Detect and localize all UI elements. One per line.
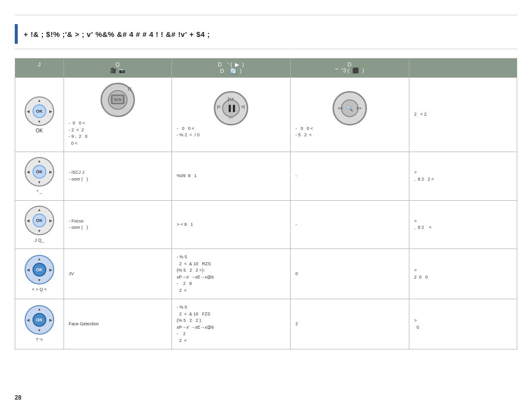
header-col-d1: D ' ( ▶ ) D 🔄 ) — [171, 59, 290, 78]
header-d2-main: D — [295, 62, 405, 67]
arrow-right: ▶ — [49, 109, 52, 113]
arrow-up-2: ▲ — [37, 159, 41, 163]
arrow-down-4: ▼ — [37, 278, 41, 282]
row2-col2-text: - iSCJ J - oom ( ) — [69, 169, 166, 183]
row4-col1: ▲ ▼ ◀ ▶ OK < > Q < — [15, 249, 64, 299]
row4-col4-text: 0 — [296, 271, 404, 278]
header-icons-q: 🎥 📷 — [68, 67, 167, 74]
ok-button-wrap: ▲ ▼ ◀ ▶ OK — [20, 96, 59, 126]
header-d-main: D ' ( ▶ ) — [176, 62, 286, 68]
header-col-j: J — [15, 59, 64, 78]
row4-col5-text: > 2 0 0 — [414, 267, 512, 281]
row5-col2: Face Getection — [64, 299, 171, 349]
multi-icon: ⬛ — [352, 67, 359, 73]
row2-col3-text: %09 8 1 — [177, 173, 285, 180]
ok-button-wrap-5: ▲ ▼ ◀ ▶ OK — [20, 305, 59, 335]
arrow-down-5: ▼ — [37, 328, 41, 333]
table-row: ▲ ▼ ◀ ▶ OK < > Q < JV — [15, 249, 517, 299]
arrow-left-3: ◀ — [27, 218, 30, 222]
row2-col1: ▲ ▼ ◀ ▶ OK * _ — [15, 152, 64, 201]
title-bar: + !& ; $!% ;'& > ; v' %&% &# 4 # # 4 ! !… — [15, 24, 517, 49]
arrow-left-4: ◀ — [27, 267, 30, 272]
row3-col5-text: > , 8 2 < — [414, 218, 512, 231]
row1-col4: << >> 🔍 - 0 0 < - 5 2 < — [290, 78, 409, 152]
arrow-down: ▼ — [37, 120, 41, 124]
row5-col1-label: ? '> — [20, 337, 59, 344]
ok-button-3[interactable]: ▲ ▼ ◀ ▶ OK — [25, 206, 54, 235]
page-title: + !& ; $!% ;'& > ; v' %&% &# 4 # # 4 ! !… — [24, 30, 210, 38]
table-row: ▲ ▼ ◀ ▶ OK J Q_ - Focus - oom ( ) — [15, 200, 517, 249]
row1-col1: ▲ ▼ ◀ ▶ OK OK — [15, 78, 64, 152]
row4-col3-text: - % 5 2 < & 10 RZS (% 5 2 2 <): xP→x' →x… — [177, 254, 285, 294]
row5-col5: > 0 — [409, 299, 517, 349]
ok-button-2[interactable]: ▲ ▼ ◀ ▶ OK — [25, 157, 54, 187]
row4-col4: 0 — [290, 249, 409, 299]
ok-button-wrap-2: ▲ ▼ ◀ ▶ OK — [20, 157, 59, 187]
arrow-right-3: ▶ — [49, 218, 52, 222]
row3-col4-text: - — [296, 221, 404, 228]
playback-dial: |<< — ▐▐ |< >| — [214, 91, 248, 125]
title-accent — [15, 24, 18, 44]
row3-col4: - — [290, 200, 409, 249]
row3-col1: ▲ ▼ ◀ ▶ OK J Q_ — [15, 200, 64, 249]
row2-col2: - iSCJ J - oom ( ) — [64, 152, 171, 201]
zoom-right: >> — [356, 106, 362, 111]
rotate-icon: 🔄 — [230, 68, 237, 74]
page-number: 28 — [15, 394, 21, 401]
row4-col2-text: JV — [69, 271, 166, 278]
row2-col5-text: > , 8 2 2 < — [414, 169, 512, 183]
row5-col3: - % 5 2 < & 10 FZS (% 5 2 2 ): xP→x' →xE… — [171, 299, 290, 349]
row5-col2-text: Face Getection — [69, 321, 166, 328]
dial-svg: SCN — [110, 93, 125, 107]
zoom-icon: 🔍 — [346, 105, 353, 112]
header-col-last — [409, 59, 517, 78]
play-pause-icon: ▐▐ — [227, 105, 235, 112]
pb-left: |< — [217, 104, 221, 109]
ok-button-5[interactable]: ▲ ▼ ◀ ▶ OK — [25, 305, 54, 335]
arrow-right-4: ▶ — [49, 267, 52, 272]
row2-col4-text: - — [296, 173, 404, 180]
row1-col5-text: 2 < 2 — [414, 111, 512, 118]
row5-col4-text: 2 — [296, 321, 404, 328]
arrow-right-2: ▶ — [49, 170, 52, 174]
pb-right: >| — [241, 104, 245, 109]
dial-inner-icon: SCN — [108, 90, 128, 110]
svg-text:SCN: SCN — [114, 98, 121, 101]
ok-arrows-4: ▲ ▼ ◀ ▶ — [26, 256, 53, 283]
camera-icon: 📷 — [119, 67, 126, 74]
row5-col4: 2 — [290, 299, 409, 349]
row3-col2-text: - Focus - oom ( ) — [69, 218, 166, 231]
ok-arrows-2: ▲ ▼ ◀ ▶ — [26, 158, 53, 186]
header-row: J Q 🎥 📷 D ' ( ▶ ) — [15, 59, 517, 78]
header-col-d2: D "' "3 ( ⬛ ) — [290, 59, 409, 78]
row1-col3-text: - 0 0 < - % 2 < / 0 — [177, 125, 285, 139]
row5-col5-text: > 0 — [414, 317, 512, 331]
row4-col1-label: < > Q < — [20, 286, 59, 293]
pb-top: |<< — [228, 96, 234, 101]
arrow-down-2: ▼ — [37, 180, 41, 185]
arrow-left-5: ◀ — [27, 317, 30, 322]
header-d-sub: D 🔄 ) — [176, 68, 286, 74]
arrow-down-3: ▼ — [37, 229, 41, 233]
ok-button-wrap-4: ▲ ▼ ◀ ▶ OK — [20, 255, 59, 284]
ok-arrows: ▲ ▼ ◀ ▶ — [26, 97, 53, 125]
row3-col1-label: J Q_ — [20, 237, 59, 244]
ok-button[interactable]: ▲ ▼ ◀ ▶ OK — [25, 96, 54, 126]
row4-col3: - % 5 2 < & 10 RZS (% 5 2 2 <): xP→x' →x… — [171, 249, 290, 299]
header-col-q: Q 🎥 📷 — [64, 59, 171, 78]
arrow-left: ◀ — [27, 109, 30, 113]
pb-bottom: — — [229, 115, 233, 120]
row1-col3: |<< — ▐▐ |< >| - 0 0 < - % 2 < / 0 — [171, 78, 290, 152]
header-d2-sub: "' "3 ( ⬛ ) — [295, 67, 405, 74]
row4-col5: > 2 0 0 — [409, 249, 517, 299]
row1-col4-text: - 0 0 < - 5 2 < — [296, 125, 404, 139]
arrow-right-5: ▶ — [49, 317, 52, 322]
zoom-left: << — [338, 106, 343, 111]
ok-button-4[interactable]: ▲ ▼ ◀ ▶ OK — [25, 255, 54, 284]
table-row: ▲ ▼ ◀ ▶ OK OK — [15, 78, 517, 152]
row5-col1: ▲ ▼ ◀ ▶ OK ? '> — [15, 299, 64, 349]
row3-col3: > < 8 1 — [171, 200, 290, 249]
play-icon: ▶ — [235, 62, 239, 67]
arrow-up-4: ▲ — [37, 257, 41, 261]
row2-col1-sublabel: * _ — [20, 188, 59, 195]
